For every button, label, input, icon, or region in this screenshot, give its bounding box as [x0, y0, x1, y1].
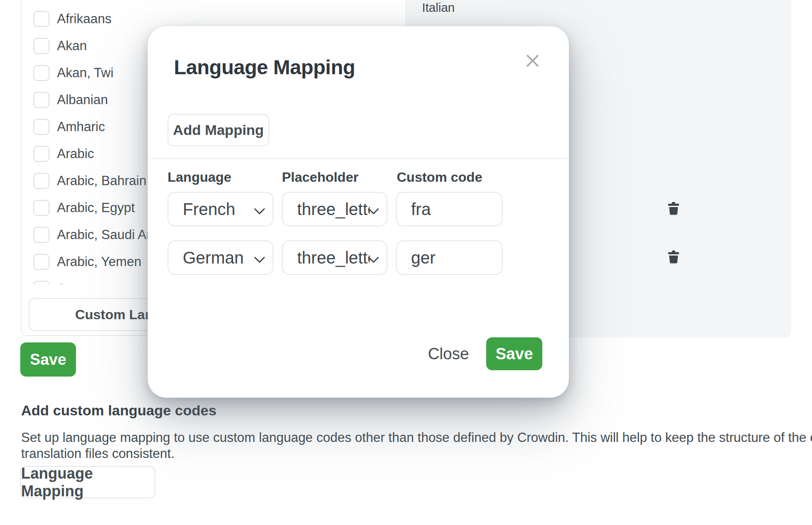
delete-mapping-button[interactable] [663, 240, 684, 275]
language-select-value: French [183, 200, 235, 219]
language-checkbox[interactable] [33, 38, 49, 54]
add-mapping-button[interactable]: Add Mapping [168, 114, 269, 146]
trash-icon [668, 250, 679, 265]
column-header-placeholder: Placeholder [282, 170, 358, 185]
language-label: Aragonese [57, 281, 120, 284]
language-checkbox[interactable] [33, 11, 49, 27]
language-label: Akan [57, 38, 87, 54]
chevron-down-icon [368, 200, 379, 219]
project-settings-page: Afrikaans Akan Akan, Twi Albanian Amhari… [0, 0, 812, 525]
language-checkbox[interactable] [33, 146, 49, 162]
modal-close-text-button[interactable]: Close [418, 337, 479, 370]
modal-divider [148, 158, 569, 159]
language-checkbox[interactable] [33, 227, 49, 243]
placeholder-select[interactable]: three_letters [282, 240, 387, 275]
language-checkbox[interactable] [33, 200, 49, 216]
language-checkbox[interactable] [33, 173, 49, 189]
language-checkbox[interactable] [33, 254, 49, 270]
language-checkbox[interactable] [33, 119, 49, 135]
modal-close-button[interactable] [522, 51, 544, 73]
selected-language-item[interactable]: Italian [422, 1, 455, 15]
modal-title: Language Mapping [174, 56, 355, 79]
mapping-row: German three_letters [148, 240, 569, 275]
section-heading: Add custom language codes [21, 402, 217, 419]
language-checkbox[interactable] [33, 65, 49, 81]
page-save-button[interactable]: Save [20, 342, 76, 377]
language-mapping-modal: Language Mapping Add Mapping Language Pl… [148, 26, 569, 398]
language-label: Arabic [57, 146, 94, 162]
language-label: Albanian [57, 92, 108, 108]
custom-code-input[interactable] [396, 192, 503, 226]
language-select[interactable]: German [168, 240, 273, 275]
language-select-value: German [183, 248, 244, 267]
chevron-down-icon [254, 248, 265, 267]
language-mapping-button[interactable]: Language Mapping [20, 466, 155, 498]
language-label: Amharic [57, 119, 105, 135]
delete-mapping-button[interactable] [663, 192, 684, 226]
chevron-down-icon [368, 248, 379, 267]
mapping-row: French three_letters [148, 192, 569, 226]
trash-icon [668, 202, 679, 216]
language-select[interactable]: French [168, 192, 273, 226]
language-checkbox[interactable] [33, 281, 49, 284]
placeholder-select-value: three_letters [297, 200, 370, 219]
language-label: Arabic, Egypt [57, 200, 135, 215]
column-header-language: Language [168, 170, 231, 185]
close-icon [526, 54, 539, 69]
language-label: Arabic, Yemen [57, 254, 141, 269]
section-description-line2: translation files consistent. [21, 446, 175, 461]
column-header-custom-code: Custom code [397, 170, 482, 185]
language-label: Afrikaans [57, 11, 111, 27]
placeholder-select[interactable]: three_letters [282, 192, 387, 226]
section-description-line1: Set up language mapping to use custom la… [21, 430, 812, 445]
language-label: Arabic, Bahrain [57, 173, 146, 188]
placeholder-select-value: three_letters [297, 248, 370, 267]
chevron-down-icon [254, 200, 265, 219]
custom-code-input[interactable] [396, 240, 503, 275]
language-label: Akan, Twi [57, 65, 114, 81]
language-checkbox[interactable] [33, 92, 49, 108]
modal-save-button[interactable]: Save [486, 337, 542, 370]
